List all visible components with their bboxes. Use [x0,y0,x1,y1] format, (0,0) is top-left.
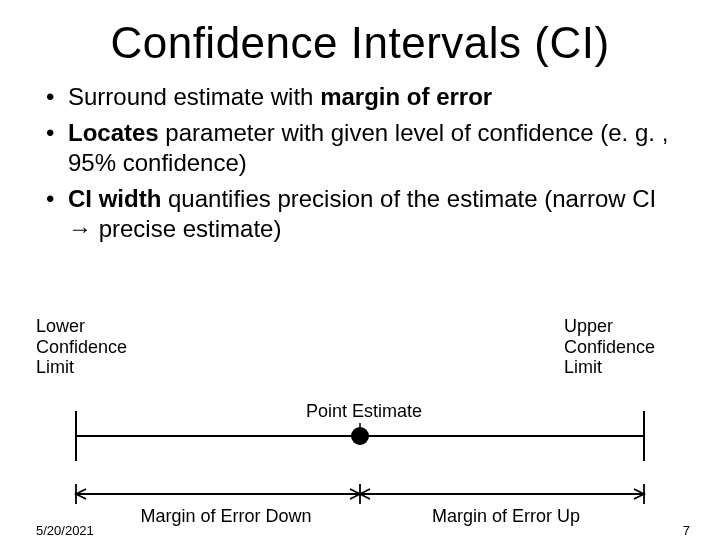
footer-date: 5/20/2021 [36,523,94,538]
bullet-2-bold: Locates [68,119,159,146]
moe-up-label: Margin of Error Up [406,506,606,527]
bullet-1: Surround estimate with margin of error [46,82,674,112]
bullet-list: Surround estimate with margin of error L… [46,82,674,244]
upper-limit-label: UpperConfidenceLimit [564,316,684,378]
point-estimate-label: Point Estimate [294,401,434,422]
moe-down-label: Margin of Error Down [126,506,326,527]
bullet-2-post: parameter with given level of confidence… [68,119,668,176]
bullet-1-pre: Surround estimate with [68,83,320,110]
lower-limit-label: LowerConfidenceLimit [36,316,156,378]
slide: Confidence Intervals (CI) Surround estim… [0,18,720,540]
bullet-3: CI width quantifies precision of the est… [46,184,674,244]
bullet-1-bold: margin of error [320,83,492,110]
point-estimate-dot [351,427,369,445]
footer-page-number: 7 [683,523,690,538]
slide-title: Confidence Intervals (CI) [20,18,700,68]
bullet-3-bold: CI width [68,185,161,212]
bullet-2: Locates parameter with given level of co… [46,118,674,178]
ci-diagram: LowerConfidenceLimit UpperConfidenceLimi… [36,316,684,516]
